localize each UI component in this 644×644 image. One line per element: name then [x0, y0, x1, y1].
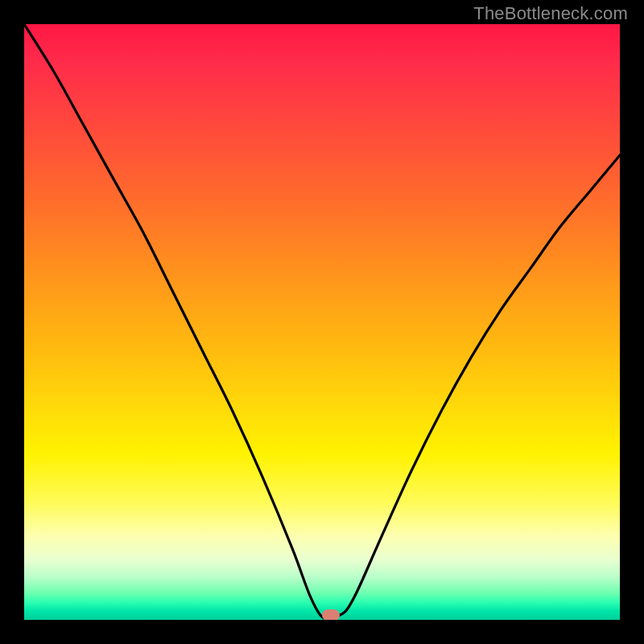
- curve-layer: [24, 24, 620, 620]
- watermark-text: TheBottleneck.com: [473, 3, 628, 24]
- optimal-marker: [322, 609, 340, 620]
- plot-area: [24, 24, 620, 620]
- chart-stage: TheBottleneck.com: [0, 0, 644, 644]
- bottleneck-curve: [24, 24, 620, 619]
